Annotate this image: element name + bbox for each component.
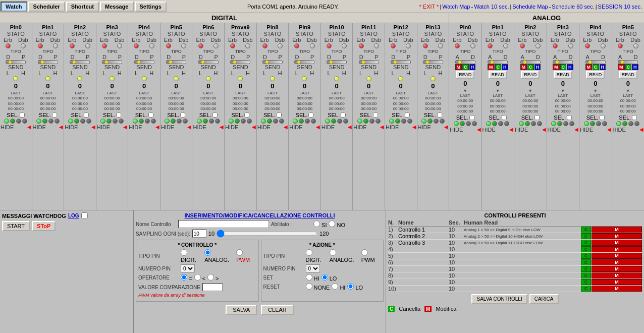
sel-checkbox[interactable] [212, 113, 218, 118]
sampling-slider[interactable] [217, 231, 317, 237]
cp-c-btn[interactable]: C [581, 240, 591, 246]
sel-checkbox[interactable] [52, 113, 57, 118]
az-pwm-radio[interactable] [361, 249, 368, 256]
tipo-slider[interactable] [6, 60, 26, 64]
start-button[interactable]: START [2, 221, 30, 231]
read-button[interactable]: READ [619, 71, 637, 79]
tab-settings[interactable]: Settings [135, 2, 167, 12]
cp-m-btn[interactable]: M [592, 253, 642, 259]
hide-row[interactable]: HIDE◀ [450, 127, 481, 133]
cp-c-btn[interactable]: C [581, 227, 591, 233]
salva-button[interactable]: SALVA [226, 305, 257, 315]
tipo-pwm-radio[interactable] [236, 249, 243, 256]
sel-checkbox[interactable] [567, 115, 572, 120]
az-digit-radio[interactable] [306, 249, 312, 256]
cp-c-btn[interactable]: C [581, 279, 591, 285]
tipo-slider[interactable] [327, 60, 347, 64]
send-thumb[interactable] [77, 76, 82, 81]
tipo-slider[interactable] [423, 60, 443, 64]
send-thumb[interactable] [398, 76, 403, 81]
sel-checkbox[interactable] [632, 115, 637, 120]
send-thumb[interactable] [13, 76, 18, 81]
mch-c-btn[interactable]: C [625, 64, 632, 70]
tipo-digit-radio[interactable] [181, 249, 187, 256]
sel-checkbox[interactable] [502, 115, 507, 120]
exit-link[interactable]: * EXIT * [419, 4, 439, 10]
valore-input[interactable] [202, 283, 223, 291]
tipo-slider[interactable] [455, 60, 475, 64]
tipo-slider[interactable] [618, 60, 638, 64]
abilitato-si-radio[interactable] [313, 220, 320, 227]
hide-row[interactable]: HIDE◀ [289, 124, 320, 130]
sel-checkbox[interactable] [84, 113, 89, 118]
insert-title[interactable]: INSERIMENTO/MODIFICA/CANCELLAZIONE CONTR… [136, 212, 384, 218]
hide-row[interactable]: HIDE◀ [161, 124, 192, 130]
mch-m-btn[interactable]: M [585, 64, 593, 70]
hide-row[interactable]: HIDE◀ [321, 124, 352, 130]
tipo-slider[interactable] [70, 60, 90, 64]
sel-checkbox[interactable] [244, 113, 249, 118]
sel-checkbox[interactable] [180, 113, 185, 118]
hide-row[interactable]: HIDE◀ [386, 124, 416, 130]
hide-row[interactable]: HIDE◀ [613, 127, 644, 133]
op-gt-radio[interactable] [207, 274, 214, 281]
sel-checkbox[interactable] [373, 113, 378, 118]
read-button[interactable]: READ [554, 71, 572, 79]
sel-checkbox[interactable] [277, 113, 282, 118]
sel-checkbox[interactable] [405, 113, 410, 118]
tab-message[interactable]: Message [100, 2, 133, 12]
mch-h-btn[interactable]: H [567, 64, 573, 70]
read-button[interactable]: READ [521, 71, 540, 79]
read-button[interactable]: READ [586, 71, 605, 79]
clear-button[interactable]: CLEAR [261, 305, 294, 315]
log-link[interactable]: LOG [68, 213, 79, 218]
tab-scheduler[interactable]: Scheduler [28, 2, 65, 12]
sel-checkbox[interactable] [341, 113, 346, 118]
mch-m-btn[interactable]: M [488, 64, 495, 70]
schedule-60sec-link[interactable]: Schedule 60 sec. [552, 4, 594, 10]
watchdog-checkbox[interactable] [81, 212, 88, 219]
read-button[interactable]: READ [456, 71, 474, 79]
hide-row[interactable]: HIDE◀ [33, 124, 64, 130]
tipo-slider[interactable] [585, 60, 606, 64]
mch-h-btn[interactable]: H [600, 64, 606, 70]
hide-row[interactable]: HIDE◀ [1, 124, 31, 130]
read-button[interactable]: READ [489, 71, 507, 79]
cp-c-btn[interactable]: C [581, 253, 591, 259]
send-thumb[interactable] [206, 76, 211, 81]
hide-row[interactable]: HIDE◀ [257, 124, 288, 130]
sel-checkbox[interactable] [469, 115, 474, 120]
mch-h-btn[interactable]: H [632, 64, 638, 70]
hide-row[interactable]: HIDE◀ [482, 127, 514, 133]
tipo-slider[interactable] [38, 60, 58, 64]
cp-m-btn[interactable]: M [592, 240, 642, 246]
salva-controlli-button[interactable]: SALVA CONTROLLI [471, 294, 527, 304]
sel-checkbox[interactable] [116, 113, 121, 118]
send-thumb[interactable] [366, 76, 371, 81]
mch-m-btn[interactable]: M [618, 64, 625, 70]
hide-row[interactable]: HIDE◀ [129, 124, 159, 130]
hide-row[interactable]: HIDE◀ [548, 127, 579, 133]
mch-c-btn[interactable]: C [560, 64, 567, 70]
sel-checkbox[interactable] [308, 113, 313, 118]
hide-row[interactable]: HIDE◀ [97, 124, 128, 130]
tab-watch[interactable]: Watch [1, 2, 27, 12]
op-lt-radio[interactable] [194, 274, 201, 281]
numero-pin-azione-select[interactable]: 012 [306, 264, 320, 272]
tipo-slider[interactable] [553, 60, 573, 64]
cp-m-btn[interactable]: M [592, 272, 642, 279]
watch-map-link[interactable]: Watch Map [442, 4, 470, 10]
cp-c-btn[interactable]: C [581, 272, 591, 279]
sel-checkbox[interactable] [534, 115, 540, 120]
set-hi-radio[interactable] [306, 274, 312, 281]
carica-button[interactable]: CARICA [529, 294, 559, 304]
cp-m-btn[interactable]: M [592, 227, 642, 233]
send-thumb[interactable] [431, 76, 436, 81]
send-thumb[interactable] [174, 76, 179, 81]
cp-m-btn[interactable]: M [592, 279, 642, 285]
sel-checkbox[interactable] [600, 115, 605, 120]
cp-m-btn[interactable]: M [592, 233, 642, 239]
reset-hi-radio[interactable] [332, 283, 338, 290]
op-eq-radio[interactable] [181, 274, 187, 281]
reset-none-radio[interactable] [306, 283, 312, 290]
